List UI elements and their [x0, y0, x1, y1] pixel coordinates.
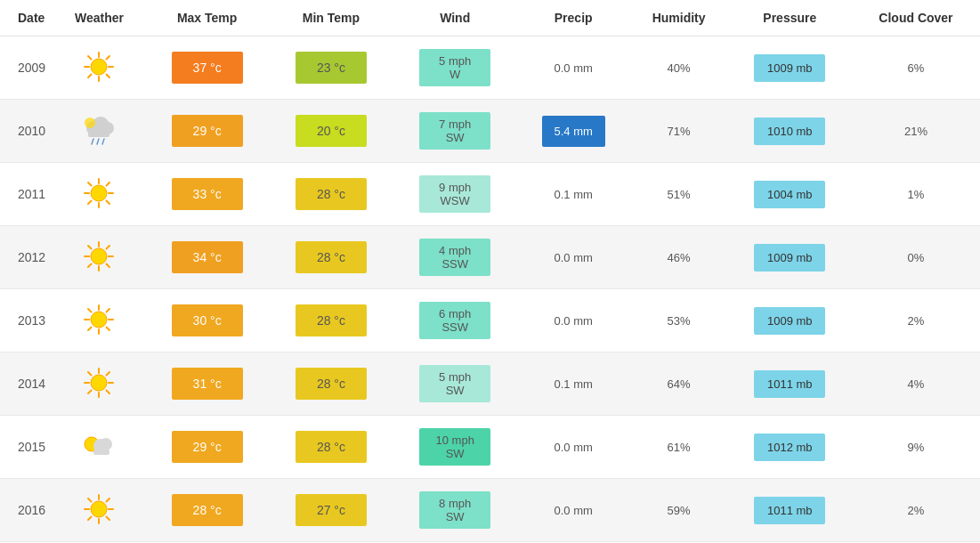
- svg-point-16: [85, 118, 95, 128]
- cell-humidity: 71%: [630, 100, 728, 163]
- svg-line-14: [97, 139, 99, 144]
- svg-line-8: [88, 74, 92, 77]
- cell-cloud-cover: 21%: [852, 100, 980, 163]
- cell-min-temp: 28 °c: [269, 226, 393, 289]
- cell-pressure: 1009 mb: [728, 36, 852, 100]
- cell-wind: 8 mphSW: [393, 479, 517, 542]
- svg-rect-56: [93, 450, 109, 455]
- svg-line-31: [88, 246, 92, 249]
- cell-min-temp: 20 °c: [269, 100, 393, 163]
- cell-cloud-cover: 1%: [852, 163, 980, 226]
- cell-precip: 0.1 mm: [517, 163, 630, 226]
- cell-max-temp: 28 °c: [145, 479, 269, 542]
- svg-line-43: [88, 327, 92, 330]
- table-row: 2009 37 °c 23 °c 5 mphW 0.0 mm 40% 1009 …: [0, 36, 980, 100]
- table-row: 2014 31 °c 28 °c 5 mphSW 0.1 mm 64% 1011…: [0, 353, 980, 416]
- cell-cloud-cover: 4%: [852, 353, 980, 416]
- col-precip: Precip: [517, 0, 630, 36]
- cell-pressure: 1004 mb: [728, 163, 852, 226]
- cell-humidity: 46%: [630, 226, 728, 289]
- svg-line-32: [107, 263, 110, 267]
- cell-wind: 5 mphSW: [393, 353, 517, 416]
- svg-point-44: [91, 375, 107, 391]
- svg-line-49: [88, 372, 92, 376]
- svg-point-57: [91, 501, 107, 517]
- cell-year: 2015: [0, 416, 53, 479]
- cell-wind: 10 mphSW: [393, 416, 517, 479]
- cell-precip: 0.0 mm: [517, 226, 630, 289]
- svg-line-52: [88, 390, 92, 393]
- cell-year: 2013: [0, 289, 53, 353]
- cell-precip: 0.1 mm: [517, 353, 630, 416]
- cell-min-temp: 27 °c: [269, 479, 393, 542]
- svg-line-5: [88, 56, 92, 60]
- cell-weather: [53, 36, 145, 100]
- svg-line-63: [107, 516, 110, 520]
- cell-weather: [53, 353, 145, 416]
- cell-wind: 5 mphW: [393, 36, 517, 100]
- cell-weather: [53, 226, 145, 289]
- cell-humidity: 40%: [630, 36, 728, 100]
- cell-cloud-cover: 2%: [852, 479, 980, 542]
- col-max-temp: Max Temp: [145, 0, 269, 36]
- cell-year: 2011: [0, 163, 53, 226]
- cell-precip: 5.4 mm: [517, 100, 630, 163]
- cell-humidity: 61%: [630, 416, 728, 479]
- cell-precip: 0.0 mm: [517, 479, 630, 542]
- col-min-temp: Min Temp: [269, 0, 393, 36]
- svg-line-22: [88, 182, 92, 186]
- cell-wind: 4 mphSSW: [393, 226, 517, 289]
- cell-wind: 7 mphSW: [393, 100, 517, 163]
- cell-year: 2010: [0, 100, 53, 163]
- svg-line-50: [107, 390, 110, 393]
- svg-line-7: [107, 56, 110, 60]
- cell-max-temp: 29 °c: [145, 100, 269, 163]
- cell-min-temp: 28 °c: [269, 353, 393, 416]
- svg-point-0: [91, 59, 107, 75]
- svg-line-24: [107, 182, 110, 186]
- cell-humidity: 64%: [630, 353, 728, 416]
- cell-wind: 6 mphSSW: [393, 289, 517, 353]
- cell-pressure: 1009 mb: [728, 226, 852, 289]
- cell-year: 2012: [0, 226, 53, 289]
- cell-year: 2014: [0, 353, 53, 416]
- table-row: 2015 29 °c 28 °c 10 mphSW 0.0 mm 61% 101…: [0, 416, 980, 479]
- cell-humidity: 51%: [630, 163, 728, 226]
- svg-line-65: [88, 516, 92, 520]
- svg-line-64: [107, 498, 110, 502]
- cell-pressure: 1011 mb: [728, 479, 852, 542]
- cell-pressure: 1010 mb: [728, 100, 852, 163]
- cell-min-temp: 28 °c: [269, 163, 393, 226]
- cell-weather: [53, 479, 145, 542]
- svg-rect-12: [88, 132, 109, 137]
- table-row: 2011 33 °c 28 °c 9 mphWSW 0.1 mm 51% 100…: [0, 163, 980, 226]
- col-wind: Wind: [393, 0, 517, 36]
- table-row: 2012 34 °c 28 °c 4 mphSSW 0.0 mm 46% 100…: [0, 226, 980, 289]
- cell-pressure: 1009 mb: [728, 289, 852, 353]
- svg-line-34: [88, 263, 92, 267]
- cell-cloud-cover: 0%: [852, 226, 980, 289]
- svg-line-62: [88, 498, 92, 502]
- cell-precip: 0.0 mm: [517, 416, 630, 479]
- svg-line-51: [107, 372, 110, 376]
- svg-line-40: [88, 309, 92, 312]
- cell-cloud-cover: 9%: [852, 416, 980, 479]
- cell-min-temp: 28 °c: [269, 416, 393, 479]
- cell-max-temp: 30 °c: [145, 289, 269, 353]
- cell-pressure: 1011 mb: [728, 353, 852, 416]
- cell-max-temp: 29 °c: [145, 416, 269, 479]
- svg-line-23: [107, 200, 110, 204]
- svg-point-26: [91, 248, 107, 264]
- table-row: 2013 30 °c 28 °c 6 mphSSW 0.0 mm 53% 100…: [0, 289, 980, 353]
- cell-weather: [53, 163, 145, 226]
- col-date: Date: [0, 0, 53, 36]
- svg-line-25: [88, 200, 92, 204]
- col-humidity: Humidity: [630, 0, 728, 36]
- cell-precip: 0.0 mm: [517, 36, 630, 100]
- svg-line-15: [102, 139, 104, 144]
- col-cloud-cover: Cloud Cover: [852, 0, 980, 36]
- table-row: 2010 29 °c 20 °c 7 mphSW 5.4 mm 71% 1010…: [0, 100, 980, 163]
- cell-min-temp: 23 °c: [269, 36, 393, 100]
- cell-cloud-cover: 6%: [852, 36, 980, 100]
- svg-point-17: [91, 185, 107, 201]
